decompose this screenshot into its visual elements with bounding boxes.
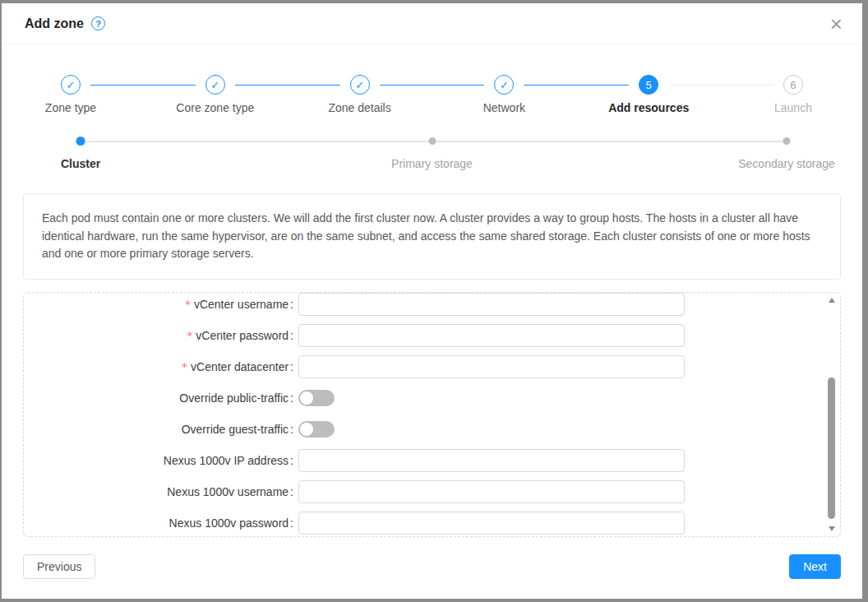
- field-label-text: Nexus 1000v IP address: [164, 454, 289, 467]
- field-label: *vCenter password:: [24, 329, 293, 342]
- required-asterisk: *: [187, 329, 192, 342]
- field-label-text: Override public-traffic: [179, 391, 289, 405]
- label-colon: :: [290, 423, 293, 436]
- add-zone-dialog: Add zone ? × ✓Zone type✓Core zone type✓Z…: [2, 3, 862, 599]
- label-colon: :: [290, 360, 293, 373]
- dialog-body: ✓Zone type✓Core zone type✓Zone details✓N…: [2, 75, 862, 579]
- form-row-vcenter-username: *vCenter username:: [24, 292, 840, 320]
- form-row-nexus-1000v-password: Nexus 1000v password:: [24, 507, 840, 537]
- label-colon: :: [290, 485, 293, 498]
- form-row-nexus-1000v-ip-address: Nexus 1000v IP address:: [24, 445, 840, 476]
- step-label: Zone type: [45, 101, 96, 114]
- step-check-icon: ✓: [205, 75, 225, 95]
- scroll-down-icon[interactable]: [829, 526, 835, 531]
- field-label: *vCenter datacenter:: [24, 360, 293, 373]
- cluster-form-rows: *vCenter username:*vCenter password:*vCe…: [24, 292, 840, 537]
- override-guest-traffic-toggle[interactable]: [298, 421, 335, 438]
- field-label-text: vCenter username: [194, 298, 289, 311]
- nexus-1000v-password-input[interactable]: [298, 512, 685, 535]
- scrollbar-thumb[interactable]: [828, 377, 835, 520]
- step-zone-type: ✓Zone type: [46, 75, 95, 115]
- form-row-override-public-traffic: Override public-traffic:: [24, 382, 840, 414]
- step-check-icon: ✓: [350, 75, 370, 95]
- cluster-form-panel: *vCenter username:*vCenter password:*vCe…: [23, 292, 841, 537]
- step-connector: [524, 85, 629, 86]
- next-button[interactable]: Next: [789, 554, 841, 579]
- step-launch: 6Launch: [769, 75, 818, 115]
- label-colon: :: [290, 454, 293, 467]
- wizard-steps: ✓Zone type✓Core zone type✓Zone details✓N…: [46, 75, 818, 115]
- step-label: Add resources: [608, 101, 689, 114]
- label-colon: :: [290, 516, 293, 530]
- field-label-text: Override guest-traffic: [182, 423, 289, 436]
- dialog-header: Add zone ? ×: [2, 3, 862, 44]
- step-label: Core zone type: [176, 101, 254, 114]
- cluster-info-box: Each pod must contain one or more cluste…: [23, 193, 841, 280]
- field-label-text: vCenter password: [196, 329, 289, 342]
- field-label: Nexus 1000v IP address:: [24, 454, 293, 467]
- form-row-vcenter-password: *vCenter password:: [24, 320, 840, 351]
- step-label: Launch: [774, 101, 812, 114]
- step-connector: [380, 85, 485, 86]
- substep-label-cluster: Cluster: [61, 157, 100, 170]
- field-label: Override guest-traffic:: [24, 423, 293, 436]
- form-row-override-guest-traffic: Override guest-traffic:: [24, 414, 840, 445]
- field-label: Nexus 1000v username:: [24, 485, 293, 498]
- help-icon[interactable]: ?: [91, 16, 105, 30]
- form-row-vcenter-datacenter: *vCenter datacenter:: [24, 351, 840, 382]
- field-label: Override public-traffic:: [24, 391, 293, 405]
- scroll-up-icon[interactable]: [829, 298, 835, 303]
- form-scrollbar[interactable]: [827, 295, 837, 534]
- substep-dot-secondary-storage: [783, 137, 791, 145]
- form-row-nexus-1000v-username: Nexus 1000v username:: [24, 476, 840, 507]
- field-label-text: Nexus 1000v password: [169, 516, 289, 530]
- substep-label-primary-storage: Primary storage: [391, 157, 473, 170]
- step-connector: [90, 85, 196, 86]
- close-icon[interactable]: ×: [830, 16, 843, 32]
- substep-dot-cluster: [76, 137, 85, 146]
- override-public-traffic-toggle[interactable]: [298, 390, 335, 406]
- step-check-icon: ✓: [61, 75, 81, 95]
- field-label: *vCenter username:: [24, 298, 293, 311]
- vcenter-password-input[interactable]: [298, 324, 685, 347]
- vcenter-datacenter-input[interactable]: [298, 355, 685, 378]
- dialog-footer: Previous Next: [23, 554, 841, 579]
- substep-label-secondary-storage: Secondary storage: [738, 157, 835, 170]
- nexus-1000v-username-input[interactable]: [298, 480, 685, 503]
- step-label: Zone details: [328, 101, 390, 114]
- step-number-icon: 5: [639, 75, 658, 95]
- dialog-title: Add zone: [25, 16, 84, 31]
- cluster-info-text: Each pod must contain one or more cluste…: [42, 210, 822, 263]
- label-colon: :: [290, 298, 293, 311]
- field-label-text: Nexus 1000v username: [167, 485, 289, 498]
- substep-dot-primary-storage: [428, 137, 436, 145]
- step-add-resources: 5Add resources: [624, 75, 673, 115]
- previous-button[interactable]: Previous: [23, 554, 95, 579]
- field-label-text: vCenter datacenter: [191, 360, 289, 373]
- field-label: Nexus 1000v password:: [24, 516, 293, 530]
- step-label: Network: [483, 101, 525, 114]
- step-network: ✓Network: [479, 75, 529, 115]
- label-colon: :: [290, 391, 293, 405]
- step-connector: [235, 85, 340, 86]
- step-core-zone-type: ✓Core zone type: [191, 75, 240, 115]
- step-connector: [668, 85, 773, 86]
- label-colon: :: [290, 329, 293, 342]
- vcenter-username-input[interactable]: [298, 293, 685, 316]
- required-asterisk: *: [182, 360, 187, 373]
- resource-sub-steps: ClusterPrimary storageSecondary storage: [23, 137, 841, 171]
- step-zone-details: ✓Zone details: [335, 75, 385, 115]
- step-number-icon: 6: [783, 75, 803, 95]
- nexus-1000v-ip-address-input[interactable]: [298, 449, 685, 472]
- step-check-icon: ✓: [494, 75, 514, 95]
- required-asterisk: *: [185, 298, 191, 311]
